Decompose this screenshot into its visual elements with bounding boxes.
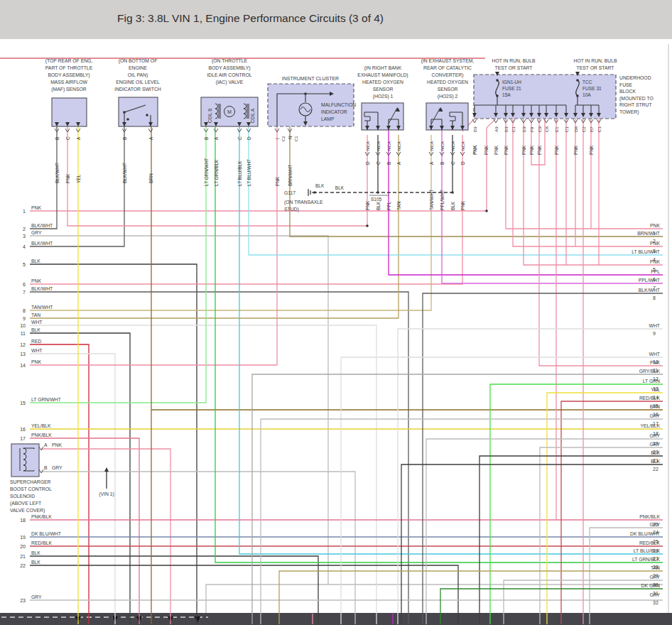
- svg-text:GRY: GRY: [649, 522, 660, 527]
- svg-text:6: 6: [23, 282, 26, 287]
- svg-text:INDICATOR: INDICATOR: [321, 109, 347, 114]
- svg-text:BLK/WHT: BLK/WHT: [31, 241, 53, 246]
- svg-text:LT GRN/WHT: LT GRN/WHT: [31, 397, 61, 402]
- svg-text:YEL/BLK: YEL/BLK: [31, 423, 51, 428]
- svg-text:BLK/WHT: BLK/WHT: [55, 163, 60, 183]
- svg-text:HEATED OXYGEN: HEATED OXYGEN: [427, 80, 468, 85]
- svg-text:A: A: [429, 161, 434, 165]
- svg-text:(IN RIGHT BANK: (IN RIGHT BANK: [364, 65, 402, 71]
- svg-text:YEL: YEL: [651, 387, 660, 392]
- svg-text:PNK: PNK: [31, 205, 41, 210]
- svg-text:C2: C2: [281, 136, 286, 141]
- svg-text:YEL/BLK: YEL/BLK: [640, 423, 660, 428]
- svg-text:LT BLU/BLK: LT BLU/BLK: [634, 548, 661, 553]
- svg-text:5: 5: [23, 262, 26, 267]
- svg-text:SOLENOID: SOLENOID: [10, 494, 35, 499]
- svg-text:TCC: TCC: [582, 80, 592, 85]
- svg-text:EXHAUST MANIFOLD): EXHAUST MANIFOLD): [357, 72, 408, 78]
- figure-title: Fig 3: 3.8L VIN 1, Engine Performance Ci…: [117, 12, 384, 25]
- svg-text:(ABOVE LEFT: (ABOVE LEFT: [10, 501, 41, 506]
- svg-text:BODY ASSEMBLY): BODY ASSEMBLY): [48, 72, 90, 78]
- svg-text:BLOCK: BLOCK: [619, 89, 636, 94]
- svg-text:GRY: GRY: [31, 594, 42, 599]
- svg-text:18: 18: [20, 518, 26, 523]
- svg-text:NCA: NCA: [450, 141, 455, 151]
- svg-text:D: D: [365, 161, 370, 165]
- svg-text:I: I: [275, 138, 280, 139]
- svg-text:C: C: [65, 136, 70, 140]
- svg-text:NCA: NCA: [460, 141, 465, 151]
- svg-text:S105: S105: [371, 197, 382, 202]
- svg-text:PNK: PNK: [589, 145, 594, 155]
- svg-text:B: B: [386, 162, 391, 165]
- svg-text:16: 16: [20, 427, 26, 432]
- svg-text:(MAF) SENSOR: (MAF) SENSOR: [51, 87, 87, 92]
- svg-text:A: A: [76, 136, 81, 140]
- svg-text:LAMP: LAMP: [321, 116, 335, 121]
- svg-text:BLK: BLK: [651, 450, 660, 455]
- svg-text:32: 32: [653, 600, 659, 605]
- svg-text:BRN: BRN: [148, 173, 153, 183]
- svg-text:PNK: PNK: [554, 145, 559, 155]
- svg-text:TAN: TAN: [31, 312, 40, 317]
- svg-text:TAN: TAN: [396, 201, 401, 210]
- svg-text:C8: C8: [544, 126, 549, 132]
- svg-text:BLK/WHT: BLK/WHT: [31, 286, 53, 291]
- svg-text:WHT: WHT: [649, 323, 660, 328]
- svg-text:C: C: [450, 161, 455, 165]
- svg-text:ENGINE OIL LEVEL: ENGINE OIL LEVEL: [116, 80, 160, 85]
- svg-text:PNK: PNK: [650, 223, 660, 228]
- svg-text:REAR OF CATALYTIC: REAR OF CATALYTIC: [423, 65, 472, 70]
- svg-text:10A: 10A: [582, 92, 591, 97]
- svg-text:21: 21: [20, 554, 26, 559]
- svg-text:GRY: GRY: [52, 465, 63, 470]
- svg-text:17: 17: [20, 436, 26, 441]
- svg-text:LT BLU/BLK: LT BLU/BLK: [237, 161, 242, 186]
- svg-text:NCA: NCA: [396, 141, 401, 151]
- svg-text:C1: C1: [511, 126, 516, 132]
- svg-text:C: C: [376, 161, 381, 165]
- svg-text:PNK/BLK: PNK/BLK: [639, 514, 660, 519]
- svg-text:B: B: [440, 162, 445, 165]
- svg-text:C: C: [237, 136, 242, 140]
- svg-text:IGN1-UH: IGN1-UH: [502, 80, 521, 85]
- svg-text:BLK: BLK: [31, 550, 40, 555]
- svg-text:LT BLU/WHT: LT BLU/WHT: [246, 159, 251, 186]
- svg-text:LT GRN: LT GRN: [643, 379, 660, 384]
- svg-text:LT GRN/WHT: LT GRN/WHT: [204, 158, 209, 186]
- svg-text:BLK: BLK: [315, 183, 325, 188]
- svg-text:B7: B7: [589, 126, 594, 132]
- svg-text:PPL: PPL: [386, 201, 391, 210]
- svg-text:9: 9: [653, 331, 656, 336]
- svg-text:UNDERHOOD: UNDERHOOD: [619, 75, 651, 80]
- svg-text:GRY: GRY: [649, 592, 660, 597]
- svg-text:NCA: NCA: [365, 141, 370, 151]
- svg-text:GRY: GRY: [649, 442, 660, 447]
- svg-text:E1: E1: [554, 126, 559, 132]
- svg-text:PNK/BLK: PNK/BLK: [31, 514, 52, 519]
- svg-text:PNK: PNK: [537, 145, 542, 155]
- svg-text:8: 8: [653, 295, 656, 300]
- svg-text:11: 11: [21, 331, 26, 336]
- svg-text:E9: E9: [521, 126, 526, 132]
- svg-text:14: 14: [20, 363, 26, 368]
- svg-text:CONVERTER): CONVERTER): [432, 72, 464, 78]
- svg-text:(HO2S) 1: (HO2S) 1: [373, 94, 394, 99]
- svg-text:8: 8: [23, 308, 26, 313]
- svg-text:TEST OR START: TEST OR START: [495, 65, 533, 70]
- svg-text:(ON TRANSAXLE: (ON TRANSAXLE: [284, 200, 323, 205]
- svg-text:PART OF THROTTLE: PART OF THROTTLE: [45, 65, 93, 70]
- svg-text:PPL/WHT: PPL/WHT: [440, 190, 445, 210]
- svg-text:(IN EXHAUST SYSTEM,: (IN EXHAUST SYSTEM,: [421, 58, 475, 64]
- svg-text:BLK: BLK: [450, 201, 455, 210]
- svg-text:MALFUNCTION: MALFUNCTION: [321, 102, 356, 107]
- svg-text:B3: B3: [504, 126, 509, 132]
- svg-text:(HO2S) 2: (HO2S) 2: [438, 94, 458, 99]
- svg-text:19: 19: [20, 535, 26, 540]
- svg-text:NCA: NCA: [440, 141, 445, 151]
- svg-text:A: A: [148, 136, 153, 140]
- svg-text:(TOP REAR OF ENG,: (TOP REAR OF ENG,: [45, 58, 93, 64]
- svg-text:TOWER): TOWER): [619, 109, 639, 115]
- svg-text:SENSOR: SENSOR: [373, 87, 394, 92]
- svg-text:SUPERCHARGER: SUPERCHARGER: [10, 479, 50, 484]
